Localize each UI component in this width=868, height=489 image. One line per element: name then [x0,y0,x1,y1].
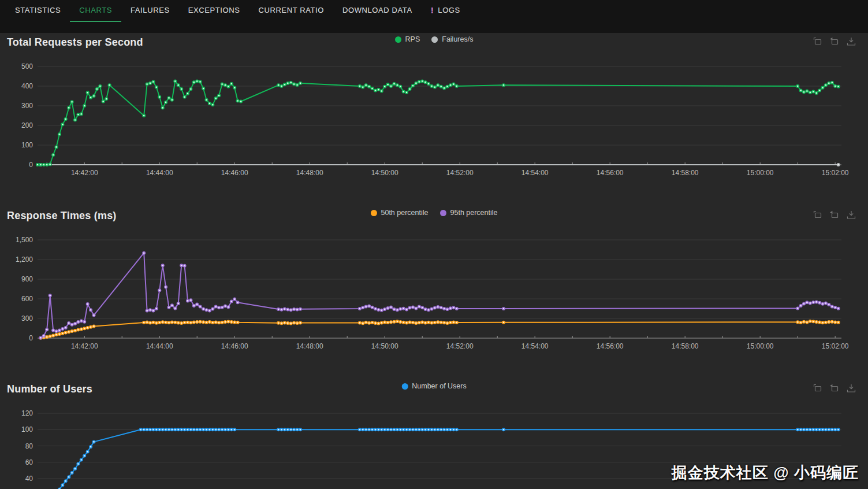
legend-dot-rps [395,36,401,43]
svg-text:14:50:00: 14:50:00 [371,169,398,177]
svg-text:14:58:00: 14:58:00 [672,169,699,177]
svg-text:500: 500 [21,62,33,71]
tab-charts[interactable]: CHARTS [70,0,121,22]
tab-failures[interactable]: FAILURES [121,0,179,22]
logs-alert-icon: ! [431,7,434,13]
legend-item-95th-percentile[interactable]: 95th percentile [440,209,498,217]
svg-text:15:00:00: 15:00:00 [747,342,774,350]
chart-legend-users: Number of Users [401,382,466,390]
svg-text:14:58:00: 14:58:00 [672,342,699,350]
legend-label: Number of Users [412,382,466,390]
tab-current-ratio[interactable]: CURRENT RATIO [249,0,333,22]
svg-text:14:42:00: 14:42:00 [71,169,98,177]
zoom-select-icon[interactable] [813,210,823,220]
tab-logs[interactable]: !LOGS [422,0,470,22]
chart-legend-response-times: 50th percentile95th percentile [370,209,497,217]
save-image-icon[interactable] [846,210,856,220]
zoom-select-icon[interactable] [813,36,823,47]
tab-label: FAILURES [131,6,170,14]
chart-header: Total Requests per Second RPSFailures/s [0,33,868,52]
chart-title-number-of-users: Number of Users [7,383,92,395]
svg-text:600: 600 [21,295,33,303]
restore-icon[interactable] [829,210,840,220]
svg-text:14:54:00: 14:54:00 [521,342,549,350]
svg-text:1,200: 1,200 [16,255,33,264]
svg-text:14:56:00: 14:56:00 [597,342,624,350]
svg-text:0: 0 [29,161,33,169]
chart-section-total-rps: Total Requests per Second RPSFailures/s … [0,33,868,206]
svg-text:14:50:00: 14:50:00 [371,342,398,350]
legend-label: Failures/s [442,35,473,43]
restore-icon[interactable] [829,383,840,394]
tab-exceptions[interactable]: EXCEPTIONS [179,0,249,22]
chart-header: Response Times (ms) 50th percentile95th … [0,206,868,225]
svg-text:15:02:00: 15:02:00 [822,169,849,177]
legend-label: RPS [405,35,420,43]
svg-text:14:54:00: 14:54:00 [521,169,549,177]
chart-title-total-rps: Total Requests per Second [7,36,143,49]
chart-header: Number of Users Number of Users [0,380,868,399]
save-image-icon[interactable] [846,383,856,394]
tab-label: LOGS [438,6,460,14]
legend-dot-95th-percentile [440,210,446,216]
svg-text:1,500: 1,500 [16,236,33,244]
svg-text:100: 100 [21,425,33,434]
legend-item-rps[interactable]: RPS [395,35,420,43]
svg-text:14:42:00: 14:42:00 [71,342,98,350]
legend-label: 95th percentile [450,209,498,217]
svg-text:100: 100 [21,141,33,149]
chart-legend-rps: RPSFailures/s [395,35,474,43]
legend-label: 50th percentile [381,209,428,217]
legend-item-50th-percentile[interactable]: 50th percentile [370,209,428,217]
zoom-select-icon[interactable] [813,383,823,394]
rps-chart-canvas[interactable]: 010020030040050014:42:0014:44:0014:46:00… [0,52,868,182]
chart-toolbox-response-times [813,210,856,220]
svg-text:300: 300 [21,102,33,110]
svg-text:60: 60 [25,458,33,466]
svg-text:300: 300 [21,314,33,323]
legend-item-number-of-users[interactable]: Number of Users [401,382,466,390]
svg-text:0: 0 [29,334,33,342]
svg-text:400: 400 [21,82,33,90]
svg-text:14:46:00: 14:46:00 [221,169,248,177]
svg-text:14:48:00: 14:48:00 [296,169,323,177]
chart-title-response-times: Response Times (ms) [7,210,117,222]
tab-label: CURRENT RATIO [258,6,324,14]
tab-download-data[interactable]: DOWNLOAD DATA [333,0,422,22]
tab-statistics[interactable]: STATISTICS [6,0,70,22]
watermark-text: 掘金技术社区 @ 小码编匠 [672,462,859,483]
svg-text:120: 120 [21,409,33,417]
tab-label: STATISTICS [15,6,61,14]
restore-icon[interactable] [829,36,840,47]
tab-label: DOWNLOAD DATA [342,6,412,14]
svg-text:80: 80 [25,442,33,450]
response-times-chart-canvas[interactable]: 03006009001,2001,50014:42:0014:44:0014:4… [0,225,868,355]
save-image-icon[interactable] [846,36,856,47]
tab-label: EXCEPTIONS [188,6,240,14]
svg-text:15:02:00: 15:02:00 [822,342,849,350]
svg-text:14:48:00: 14:48:00 [296,342,323,350]
svg-text:14:52:00: 14:52:00 [446,342,474,350]
chart-toolbox-users [813,383,856,394]
tab-label: CHARTS [79,6,112,14]
svg-text:14:44:00: 14:44:00 [146,342,173,350]
svg-text:14:56:00: 14:56:00 [597,169,624,177]
svg-text:14:44:00: 14:44:00 [146,169,173,177]
chart-section-response-times: Response Times (ms) 50th percentile95th … [0,206,868,380]
top-navigation: STATISTICSCHARTSFAILURESEXCEPTIONSCURREN… [0,0,868,33]
legend-dot-50th-percentile [370,210,377,216]
svg-text:14:52:00: 14:52:00 [446,169,474,177]
legend-dot-failures-s [431,36,438,43]
svg-text:900: 900 [21,275,33,283]
legend-dot-number-of-users [401,383,408,390]
svg-text:14:46:00: 14:46:00 [221,342,248,350]
svg-text:200: 200 [21,121,33,129]
legend-item-failures-s[interactable]: Failures/s [431,35,473,43]
svg-text:40: 40 [25,475,33,483]
chart-toolbox-rps [813,36,856,47]
svg-text:15:00:00: 15:00:00 [747,169,774,177]
